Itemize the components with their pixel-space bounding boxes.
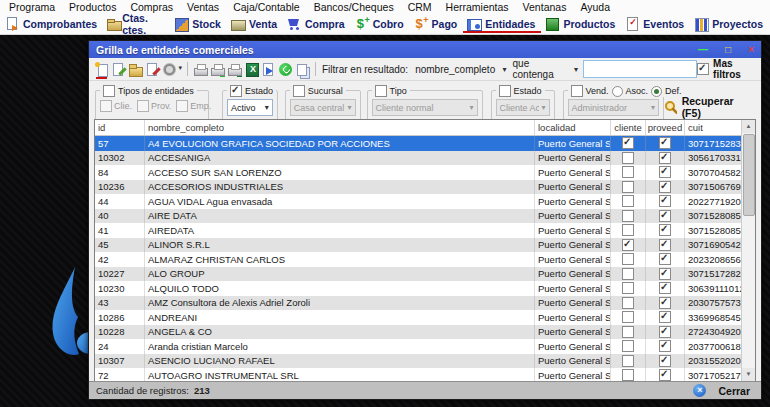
table-row[interactable]: 41AIREDATAPuerto General S...30715280856 bbox=[95, 223, 742, 238]
proveed-checkbox[interactable] bbox=[659, 166, 671, 178]
toolbar-item-comprobantes[interactable]: Comprobantes bbox=[1, 16, 103, 32]
menu-item-ventanas[interactable]: Ventanas bbox=[516, 1, 574, 13]
edit-record-icon[interactable] bbox=[111, 62, 126, 77]
more-filters-toggle[interactable]: Mas filtros bbox=[697, 58, 757, 80]
proveed-checkbox[interactable] bbox=[659, 253, 671, 265]
table-row[interactable]: 10286ANDREANIPuerto General S...33699685… bbox=[95, 310, 742, 325]
toolbar-item-cobro[interactable]: Cobro bbox=[351, 16, 410, 32]
vertical-scrollbar[interactable]: ▲ ▼ bbox=[741, 120, 755, 381]
cliente-checkbox[interactable] bbox=[622, 239, 634, 251]
more-filters-checkbox[interactable] bbox=[697, 63, 709, 75]
cliente-checkbox[interactable] bbox=[622, 311, 634, 323]
menu-item-bancos-cheques[interactable]: Bancos/Cheques bbox=[307, 1, 401, 13]
excel-export-icon[interactable] bbox=[244, 62, 259, 77]
table-row[interactable]: 10227ALO GROUPPuerto General S...3071517… bbox=[95, 267, 742, 282]
table-row[interactable]: 10228ANGELA & COPuerto General S...27243… bbox=[95, 325, 742, 340]
asociado-radio[interactable] bbox=[612, 86, 623, 97]
proveed-checkbox[interactable] bbox=[659, 210, 671, 222]
estado-select[interactable]: Activo ▾ bbox=[227, 99, 273, 116]
toolbar-item-proyectos[interactable]: Proyectos bbox=[690, 16, 769, 32]
toolbar-item-venta[interactable]: Venta bbox=[227, 16, 283, 32]
estado-checkbox[interactable] bbox=[230, 85, 242, 97]
tipo-checkbox[interactable] bbox=[375, 85, 387, 97]
proveed-checkbox[interactable] bbox=[659, 195, 671, 207]
toolbar-item-ctas-ctes[interactable]: Ctas. ctes. bbox=[103, 11, 170, 37]
estado-cliente-checkbox[interactable] bbox=[499, 85, 511, 97]
table-row[interactable]: 10307ASENCIO LUCIANO RAFAELPuerto Genera… bbox=[95, 354, 742, 369]
menu-item-ayuda[interactable]: Ayuda bbox=[573, 1, 617, 13]
clie-checkbox[interactable] bbox=[100, 100, 112, 112]
cliente-checkbox[interactable] bbox=[622, 152, 634, 164]
table-row[interactable]: 84ACCESO SUR SAN LORENZOPuerto General S… bbox=[95, 165, 742, 180]
estado-cliente-select[interactable]: Cliente Activ. ▾ bbox=[496, 99, 550, 116]
table-row[interactable]: 42ALMARAZ CHRISTAN CARLOSPuerto General … bbox=[95, 252, 742, 267]
toolbar-item-pago[interactable]: Pago bbox=[410, 16, 464, 32]
sucursal-checkbox[interactable] bbox=[293, 85, 305, 97]
new-record-icon[interactable] bbox=[94, 62, 109, 77]
table-row[interactable]: 45ALINOR S.R.LPuerto General S...3071690… bbox=[95, 238, 742, 253]
cliente-checkbox[interactable] bbox=[622, 369, 634, 381]
table-row[interactable]: 40AIRE DATAPuerto General S...3071528085… bbox=[95, 209, 742, 224]
toolbar-item-stock[interactable]: Stock bbox=[170, 16, 227, 32]
proveed-checkbox[interactable] bbox=[659, 340, 671, 352]
toolbar-item-eventos[interactable]: Eventos bbox=[621, 16, 690, 32]
col-header-localidad[interactable]: localidad bbox=[535, 120, 611, 135]
proveed-checkbox[interactable] bbox=[659, 369, 671, 381]
tipo-option-clie[interactable]: Clie. bbox=[100, 100, 132, 112]
filter-operator-dropdown[interactable]: que contenga ▾ bbox=[510, 58, 582, 80]
cliente-checkbox[interactable] bbox=[622, 210, 634, 222]
scroll-up-arrow-icon[interactable]: ▲ bbox=[742, 120, 755, 133]
tipo-select[interactable]: Cliente normal ▾ bbox=[372, 99, 478, 116]
cliente-checkbox[interactable] bbox=[622, 326, 634, 338]
whatsapp-icon[interactable] bbox=[278, 62, 293, 77]
table-row[interactable]: 43AMZ Consultora de Alexis Adriel Zoroli… bbox=[95, 296, 742, 311]
proveed-checkbox[interactable] bbox=[659, 137, 671, 149]
recuperar-button[interactable]: Recuperar (F5) bbox=[664, 95, 749, 119]
prov-checkbox[interactable] bbox=[137, 100, 149, 112]
print-alt-icon[interactable] bbox=[210, 62, 225, 77]
table-row[interactable]: 10236ACCESORIOS INDUSTRIALESPuerto Gener… bbox=[95, 180, 742, 195]
default-radio[interactable] bbox=[651, 86, 662, 97]
toolbar-item-entidades[interactable]: Entidades bbox=[463, 16, 541, 33]
cerrar-button[interactable]: × Cerrar bbox=[693, 384, 754, 397]
proveed-checkbox[interactable] bbox=[659, 268, 671, 280]
scroll-down-arrow-icon[interactable]: ▼ bbox=[742, 368, 755, 381]
table-row[interactable]: 10302ACCESANIGAPuerto General S...305617… bbox=[95, 151, 742, 166]
proveed-checkbox[interactable] bbox=[659, 326, 671, 338]
menu-item-ventas[interactable]: Ventas bbox=[180, 1, 226, 13]
table-row[interactable]: 57A4 EVOLUCION GRAFICA SOCIEDAD POR ACCI… bbox=[95, 136, 742, 151]
cliente-checkbox[interactable] bbox=[622, 340, 634, 352]
menu-item-herramientas[interactable]: Herramientas bbox=[439, 1, 516, 13]
table-row[interactable]: 24Aranda cristian MarceloPuerto General … bbox=[95, 339, 742, 354]
cliente-checkbox[interactable] bbox=[622, 282, 634, 294]
open-record-icon[interactable] bbox=[128, 62, 143, 77]
proveed-checkbox[interactable] bbox=[659, 224, 671, 236]
menu-item-caja-contable[interactable]: Caja/Contable bbox=[226, 1, 307, 13]
vendedor-select[interactable]: Administrador ▾ bbox=[568, 99, 659, 116]
close-window-button[interactable]: × bbox=[748, 44, 754, 55]
cliente-checkbox[interactable] bbox=[622, 297, 634, 309]
tipo-option-emp[interactable]: Emp. bbox=[176, 100, 211, 112]
scrollbar-thumb[interactable] bbox=[743, 134, 755, 216]
table-row[interactable]: 10230ALQUILO TODOPuerto General S...3063… bbox=[95, 281, 742, 296]
proveed-checkbox[interactable] bbox=[659, 297, 671, 309]
sucursal-select[interactable]: Casa central ▾ bbox=[290, 99, 356, 116]
maximize-button[interactable]: □ bbox=[725, 44, 731, 55]
print-icon[interactable] bbox=[193, 62, 208, 77]
cliente-checkbox[interactable] bbox=[622, 195, 634, 207]
col-header-proveed[interactable]: proveed bbox=[646, 120, 685, 135]
vendedor-checkbox[interactable] bbox=[571, 85, 583, 97]
cliente-checkbox[interactable] bbox=[622, 166, 634, 178]
proveed-checkbox[interactable] bbox=[659, 282, 671, 294]
modify-record-icon[interactable] bbox=[145, 62, 160, 77]
proveed-checkbox[interactable] bbox=[659, 181, 671, 193]
copy-icon[interactable] bbox=[295, 62, 310, 77]
emp-checkbox[interactable] bbox=[176, 100, 188, 112]
cliente-checkbox[interactable] bbox=[622, 137, 634, 149]
cliente-checkbox[interactable] bbox=[622, 268, 634, 280]
cliente-checkbox[interactable] bbox=[622, 181, 634, 193]
proveed-checkbox[interactable] bbox=[659, 311, 671, 323]
window-title-bar[interactable]: Grilla de entidades comerciales — □ × bbox=[89, 41, 761, 58]
col-header-id[interactable]: id bbox=[95, 120, 145, 135]
cliente-checkbox[interactable] bbox=[622, 253, 634, 265]
